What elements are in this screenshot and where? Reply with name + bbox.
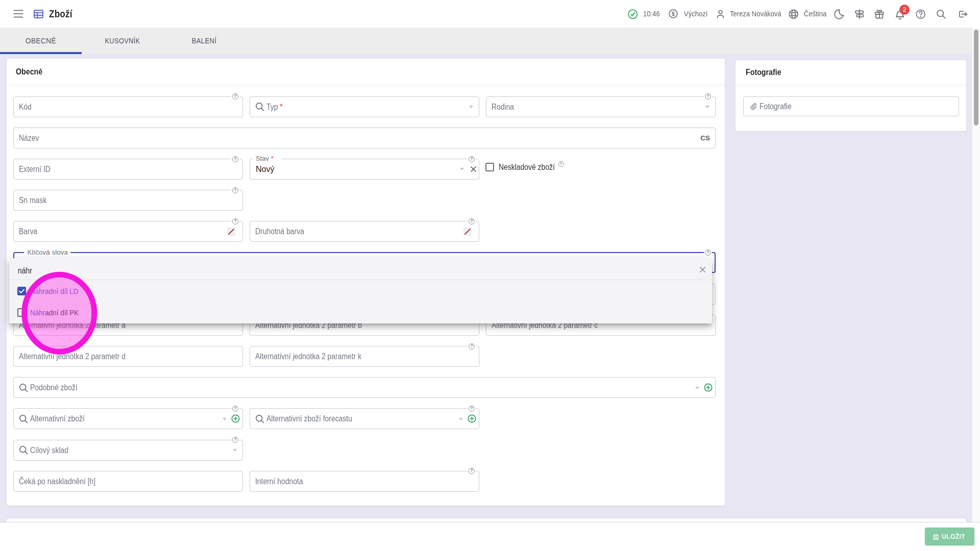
svg-text:$: $ (672, 11, 675, 17)
